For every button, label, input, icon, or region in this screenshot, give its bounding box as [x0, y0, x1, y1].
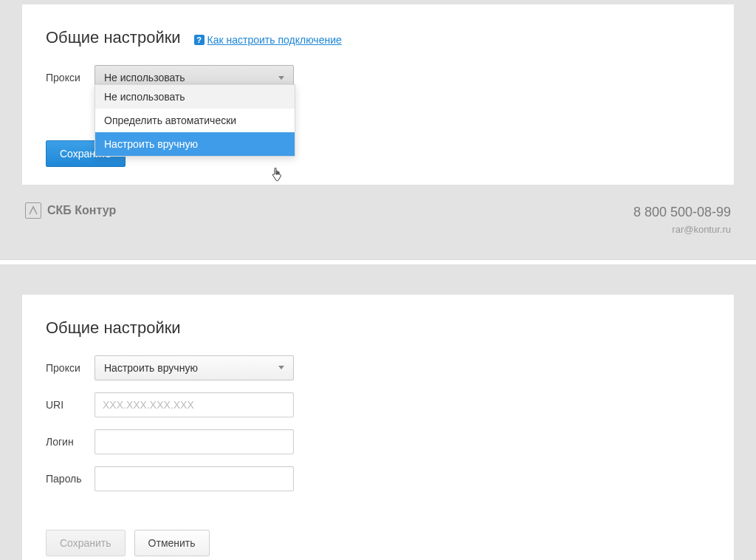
card-header: Общие настройки ? Как настроить подключе…: [46, 28, 710, 47]
logo-icon: [25, 202, 41, 219]
proxy-select-value: Настроить вручную: [104, 362, 198, 374]
password-input[interactable]: [94, 466, 294, 491]
proxy-dropdown-panel: Не использовать Определить автоматически…: [94, 84, 295, 157]
button-row: Сохранить Отменить: [46, 503, 710, 556]
login-label: Логин: [46, 436, 94, 448]
chevron-down-icon: [278, 366, 284, 369]
chevron-down-icon: [278, 76, 284, 80]
login-row: Логин: [46, 429, 710, 454]
footer-brand-text: СКБ Контур: [47, 204, 116, 217]
footer-contact: 8 800 500-08-99 rar@kontur.ru: [633, 202, 731, 237]
dropdown-option-manual[interactable]: Настроить вручную: [95, 132, 295, 156]
spacer: [0, 265, 756, 295]
footer-phone: 8 800 500-08-99: [633, 202, 731, 222]
footer-email: rar@kontur.ru: [633, 222, 731, 237]
section-divider: [0, 259, 756, 265]
proxy-label: Прокси: [46, 72, 94, 83]
proxy-row: Прокси Настроить вручную: [46, 355, 710, 380]
help-link-text: Как настроить подключение: [207, 34, 342, 46]
settings-card-1: Общие настройки ? Как настроить подключе…: [22, 4, 734, 185]
login-input[interactable]: [94, 429, 294, 454]
password-label: Пароль: [46, 473, 94, 485]
cursor-pointer-icon: [271, 168, 283, 182]
footer-bar: СКБ Контур 8 800 500-08-99 rar@kontur.ru: [0, 185, 756, 262]
proxy-label: Прокси: [46, 362, 94, 374]
password-row: Пароль: [46, 466, 710, 491]
page-title: Общие настройки: [46, 28, 181, 47]
proxy-select[interactable]: Настроить вручную: [94, 355, 294, 380]
help-icon: ?: [194, 35, 205, 45]
uri-input[interactable]: [94, 392, 294, 417]
uri-label: URI: [46, 399, 94, 411]
cancel-button[interactable]: Отменить: [134, 530, 210, 556]
dropdown-option-do-not-use[interactable]: Не использовать: [95, 85, 295, 109]
card-header: Общие настройки: [46, 318, 710, 338]
footer-brand-block: СКБ Контур: [25, 202, 116, 219]
settings-card-2: Общие настройки Прокси Настроить вручную…: [22, 295, 734, 561]
proxy-select-value: Не использовать: [104, 72, 185, 83]
uri-row: URI: [46, 392, 710, 417]
help-link[interactable]: ? Как настроить подключение: [194, 34, 342, 46]
page-title: Общие настройки: [46, 318, 181, 338]
dropdown-option-auto-detect[interactable]: Определить автоматически: [95, 109, 295, 132]
save-button[interactable]: Сохранить: [46, 530, 126, 556]
